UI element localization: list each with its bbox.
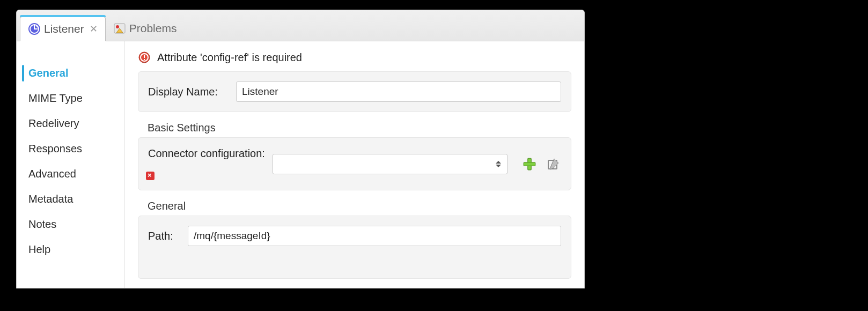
listener-icon bbox=[28, 23, 41, 35]
svg-rect-7 bbox=[144, 59, 145, 60]
sidebar: General MIME Type Redelivery Responses A… bbox=[17, 41, 125, 288]
error-icon bbox=[138, 51, 151, 64]
path-label: Path: bbox=[148, 230, 180, 242]
connector-config-select[interactable] bbox=[273, 154, 507, 174]
validation-error: Attribute 'config-ref' is required bbox=[138, 51, 571, 64]
display-name-input[interactable] bbox=[236, 82, 561, 102]
general-section-title: General bbox=[138, 200, 571, 216]
sidebar-item-label: Metadata bbox=[28, 193, 73, 205]
field-error-icon bbox=[146, 172, 155, 180]
sidebar-item-help[interactable]: Help bbox=[17, 237, 124, 262]
main-form: Attribute 'config-ref' is required Displ… bbox=[125, 41, 584, 288]
tab-label: Problems bbox=[129, 22, 177, 35]
error-message: Attribute 'config-ref' is required bbox=[157, 51, 302, 64]
editor-window: Listener ✕ Problems General MIME Type Re… bbox=[16, 10, 585, 288]
sidebar-item-label: Help bbox=[28, 243, 50, 255]
add-button[interactable] bbox=[521, 156, 538, 172]
close-icon[interactable]: ✕ bbox=[90, 23, 98, 35]
tab-problems[interactable]: Problems bbox=[106, 16, 185, 41]
basic-settings-group: Connector configuration: bbox=[138, 137, 571, 190]
problems-icon bbox=[113, 22, 126, 35]
sidebar-item-label: General bbox=[28, 67, 68, 79]
general-section-group: Path: bbox=[138, 216, 571, 279]
display-name-label: Display Name: bbox=[148, 86, 229, 98]
sidebar-item-notes[interactable]: Notes bbox=[17, 212, 124, 237]
display-name-group: Display Name: bbox=[138, 71, 571, 112]
tab-label: Listener bbox=[44, 23, 84, 35]
editor-panel: General MIME Type Redelivery Responses A… bbox=[17, 41, 584, 288]
sidebar-item-label: Advanced bbox=[28, 168, 76, 180]
sidebar-item-redelivery[interactable]: Redelivery bbox=[17, 111, 124, 136]
sidebar-item-advanced[interactable]: Advanced bbox=[17, 161, 124, 187]
tab-bar: Listener ✕ Problems bbox=[17, 10, 584, 41]
sidebar-item-metadata[interactable]: Metadata bbox=[17, 187, 124, 212]
sidebar-item-mime-type[interactable]: MIME Type bbox=[17, 86, 124, 111]
svg-rect-9 bbox=[524, 162, 535, 166]
sidebar-item-label: MIME Type bbox=[28, 92, 83, 104]
sidebar-item-responses[interactable]: Responses bbox=[17, 136, 124, 161]
tab-listener[interactable]: Listener ✕ bbox=[20, 17, 106, 41]
basic-settings-title: Basic Settings bbox=[138, 122, 571, 137]
sidebar-item-general[interactable]: General bbox=[17, 61, 124, 86]
path-input[interactable] bbox=[188, 226, 561, 246]
svg-point-3 bbox=[116, 25, 119, 28]
sidebar-item-label: Notes bbox=[28, 218, 56, 230]
connector-config-label: Connector configuration: bbox=[148, 147, 265, 160]
edit-button[interactable] bbox=[545, 156, 561, 172]
svg-rect-6 bbox=[144, 55, 145, 58]
sidebar-item-label: Responses bbox=[28, 143, 82, 154]
sidebar-item-label: Redelivery bbox=[28, 117, 79, 129]
